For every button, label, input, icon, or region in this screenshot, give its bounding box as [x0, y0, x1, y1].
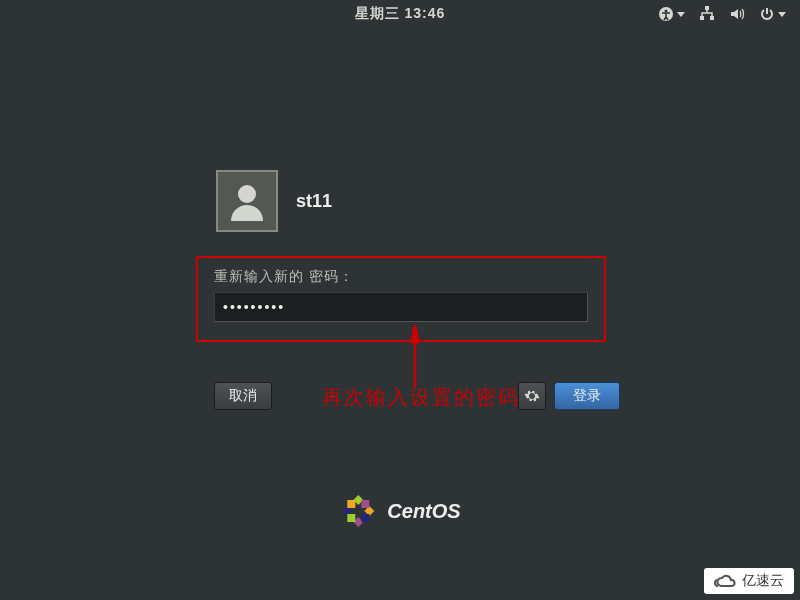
accessibility-icon: [658, 6, 674, 22]
accessibility-menu[interactable]: [658, 6, 685, 22]
login-form: st11 重新输入新的 密码： 再次输入设置的密码 取消 登录: [190, 170, 610, 342]
button-row: 取消 登录: [214, 382, 620, 410]
login-button[interactable]: 登录: [554, 382, 620, 410]
centos-logo-icon: [339, 492, 377, 530]
os-branding: CentOS: [339, 492, 460, 530]
caret-down-icon: [677, 12, 685, 17]
gear-icon: [524, 388, 540, 404]
volume-icon: [729, 6, 745, 22]
session-options-button[interactable]: [518, 382, 546, 410]
person-icon: [225, 179, 269, 223]
network-menu[interactable]: [699, 6, 715, 22]
annotation-highlight: 重新输入新的 密码：: [196, 256, 606, 342]
cancel-button[interactable]: 取消: [214, 382, 272, 410]
top-panel: 星期三 13:46: [0, 0, 800, 28]
avatar: [216, 170, 278, 232]
power-menu[interactable]: [759, 6, 786, 22]
cloud-icon: [714, 573, 738, 589]
volume-menu[interactable]: [729, 6, 745, 22]
caret-down-icon: [778, 12, 786, 17]
svg-rect-4: [710, 16, 714, 20]
os-name: CentOS: [387, 500, 460, 523]
svg-rect-3: [700, 16, 704, 20]
password-input[interactable]: [214, 292, 588, 322]
svg-point-1: [665, 10, 668, 13]
system-tray: [658, 6, 786, 22]
username-label: st11: [296, 191, 332, 212]
svg-rect-2: [705, 6, 709, 10]
power-icon: [759, 6, 775, 22]
watermark-text: 亿速云: [742, 572, 784, 590]
watermark: 亿速云: [704, 568, 794, 594]
password-label: 重新输入新的 密码：: [214, 268, 588, 286]
user-header: st11: [216, 170, 610, 232]
clock[interactable]: 星期三 13:46: [355, 5, 446, 23]
network-icon: [699, 6, 715, 22]
svg-point-5: [238, 185, 256, 203]
